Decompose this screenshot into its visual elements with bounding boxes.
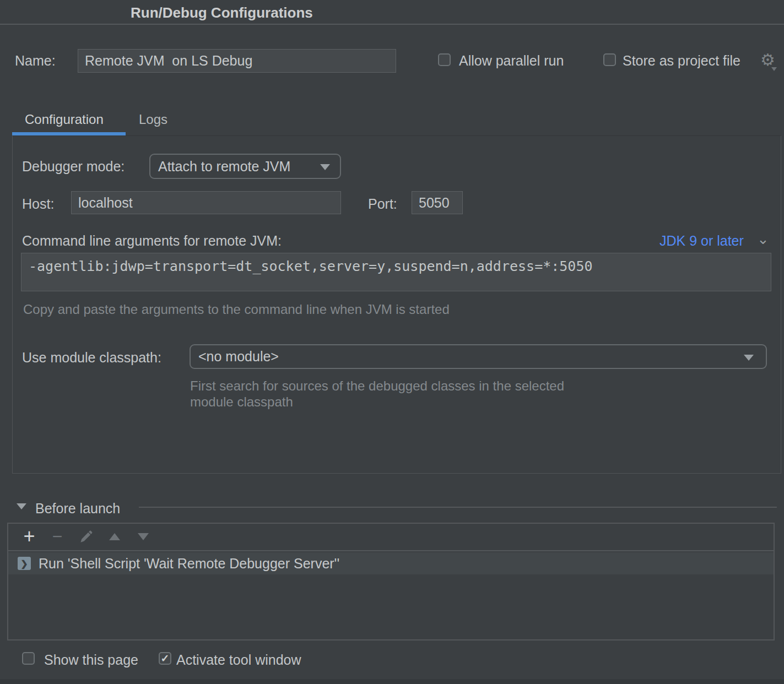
use-module-classpath-label: Use module classpath: — [22, 350, 161, 366]
before-launch-toolbar: + − — [7, 523, 775, 551]
gear-dropdown-arrow-icon — [771, 67, 777, 71]
store-as-project-file-label: Store as project file — [623, 53, 740, 69]
edit-button[interactable] — [78, 523, 94, 550]
pencil-icon — [79, 529, 94, 544]
port-input[interactable] — [412, 191, 463, 214]
before-launch-collapse-icon[interactable] — [17, 503, 26, 509]
store-as-project-file-checkbox[interactable] — [603, 53, 616, 66]
command-line-args-label: Command line arguments for remote JVM: — [22, 233, 282, 249]
name-label: Name: — [15, 53, 56, 69]
module-classpath-value: <no module> — [191, 349, 279, 365]
move-down-button[interactable] — [135, 523, 152, 550]
add-button[interactable]: + — [21, 523, 37, 550]
allow-parallel-run-label: Allow parallel run — [459, 53, 564, 69]
module-classpath-hint: First search for sources of the debugged… — [190, 378, 576, 410]
arrow-up-icon — [109, 533, 120, 540]
chevron-down-icon — [320, 164, 330, 170]
tab-configuration[interactable]: Configuration — [25, 112, 104, 127]
run-shell-script-icon: ❯ — [18, 557, 31, 570]
dialog-title: Run/Debug Configurations — [131, 4, 313, 21]
arrow-down-icon — [138, 533, 149, 540]
run-debug-configurations-dialog: Run/Debug Configurations Name: Allow par… — [0, 0, 784, 684]
command-line-args-field[interactable]: -agentlib:jdwp=transport=dt_socket,serve… — [21, 253, 771, 291]
remove-button[interactable]: − — [49, 523, 66, 550]
title-bar: Run/Debug Configurations — [0, 0, 784, 25]
plus-icon: + — [23, 526, 35, 546]
tab-logs[interactable]: Logs — [139, 112, 167, 127]
show-this-page-label: Show this page — [44, 652, 138, 668]
jdk-chevron-down-icon[interactable]: ⌄ — [757, 231, 769, 248]
show-this-page-checkbox[interactable] — [22, 652, 35, 665]
jdk-version-selector[interactable]: JDK 9 or later — [659, 233, 744, 249]
activate-tool-window-label: Activate tool window — [176, 652, 301, 668]
debugger-mode-label: Debugger mode: — [22, 159, 125, 175]
args-hint-text: Copy and paste the arguments to the comm… — [23, 302, 450, 317]
before-launch-item[interactable]: ❯ Run 'Shell Script 'Wait Remote Debugge… — [8, 552, 774, 574]
host-label: Host: — [22, 196, 54, 212]
activate-tool-window-checkbox[interactable] — [159, 652, 171, 665]
gear-icon[interactable]: ⚙ — [760, 52, 775, 68]
debugger-mode-select[interactable]: Attach to remote JVM — [149, 154, 341, 179]
before-launch-divider — [139, 507, 777, 508]
debugger-mode-value: Attach to remote JVM — [150, 159, 290, 175]
host-input[interactable] — [71, 191, 341, 214]
module-classpath-select[interactable]: <no module> — [190, 344, 767, 369]
before-launch-item-label: Run 'Shell Script 'Wait Remote Debugger … — [39, 556, 339, 572]
port-label: Port: — [368, 196, 397, 212]
before-launch-title: Before launch — [35, 501, 120, 517]
minus-icon: − — [52, 528, 63, 545]
name-input[interactable] — [78, 49, 396, 73]
chevron-down-icon — [744, 355, 754, 361]
allow-parallel-run-checkbox[interactable] — [438, 53, 451, 66]
move-up-button[interactable] — [106, 523, 123, 550]
dialog-bottom-edge — [0, 679, 784, 684]
